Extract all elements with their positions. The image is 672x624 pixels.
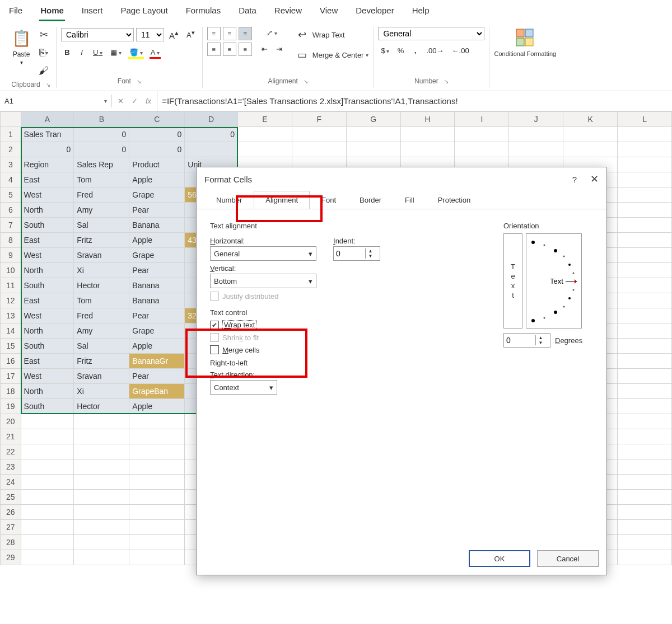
align-bottom-left[interactable]: ≡ (207, 43, 221, 56)
underline-button[interactable]: U (90, 46, 105, 58)
cell[interactable]: Tom (74, 293, 129, 308)
row-header-4[interactable]: 4 (1, 172, 21, 187)
row-header-9[interactable]: 9 (1, 248, 21, 263)
cell[interactable]: Banana (129, 218, 185, 233)
cell[interactable] (21, 505, 74, 520)
cell[interactable] (74, 535, 129, 550)
alignment-dialog-launcher[interactable]: ↘ (304, 78, 308, 85)
cell[interactable] (400, 142, 455, 157)
cell[interactable]: Hector (74, 278, 129, 293)
cell[interactable] (618, 218, 672, 233)
menu-page-layout[interactable]: Page Layout (119, 3, 169, 21)
cell[interactable] (618, 127, 672, 142)
cell[interactable] (618, 339, 672, 354)
cell[interactable] (618, 369, 672, 384)
cell[interactable] (618, 444, 672, 459)
col-header-J[interactable]: J (509, 112, 563, 127)
row-header-23[interactable]: 23 (1, 459, 21, 475)
cell[interactable]: East (21, 172, 74, 187)
font-dialog-launcher[interactable]: ↘ (137, 78, 141, 85)
menu-home[interactable]: Home (39, 3, 65, 21)
cell[interactable]: North (21, 384, 74, 399)
cell[interactable] (618, 384, 672, 399)
horizontal-select[interactable]: General▾ (210, 246, 316, 261)
degrees-value[interactable] (504, 336, 535, 345)
orientation-dial[interactable]: Text (526, 233, 582, 329)
cell[interactable] (21, 475, 74, 490)
dialog-tab-alignment[interactable]: Alignment (254, 191, 310, 209)
cell[interactable]: Region (21, 157, 74, 172)
cell[interactable]: East (21, 233, 74, 248)
merge-cells-checkbox[interactable] (210, 345, 219, 354)
comma-format-button[interactable]: , (409, 45, 421, 57)
row-header-20[interactable]: 20 (1, 414, 21, 429)
cell[interactable] (455, 142, 509, 157)
fx-icon[interactable]: fx (146, 97, 151, 105)
cell[interactable] (509, 142, 563, 157)
cell[interactable] (74, 550, 129, 565)
ok-button[interactable]: OK (469, 550, 530, 567)
orientation-vertical-preview[interactable]: Text (503, 233, 522, 329)
cell[interactable] (292, 142, 346, 157)
col-header-H[interactable]: H (400, 112, 455, 127)
cell[interactable] (292, 127, 346, 142)
menu-help[interactable]: Help (411, 3, 431, 21)
cell[interactable] (185, 142, 238, 157)
cell[interactable] (618, 490, 672, 505)
cell[interactable]: Fred (74, 308, 129, 323)
cell[interactable]: Grape (129, 248, 185, 263)
cell[interactable]: Apple (129, 339, 185, 354)
orientation-button[interactable]: ⤢ (259, 27, 286, 39)
row-header-13[interactable]: 13 (1, 308, 21, 323)
cell[interactable]: West (21, 308, 74, 323)
cell[interactable]: Pear (129, 263, 185, 278)
cell[interactable] (618, 323, 672, 339)
cell[interactable] (129, 505, 185, 520)
row-header-29[interactable]: 29 (1, 550, 21, 565)
conditional-formatting-button[interactable]: Conditional Formatting (494, 27, 556, 57)
menu-review[interactable]: Review (273, 3, 303, 21)
cell[interactable]: South (21, 218, 74, 233)
dialog-tab-fill[interactable]: Fill (393, 191, 426, 209)
row-header-25[interactable]: 25 (1, 490, 21, 505)
cell[interactable]: Apple (129, 399, 185, 414)
menu-view[interactable]: View (319, 3, 339, 21)
row-header-2[interactable]: 2 (1, 142, 21, 157)
cell[interactable]: BananaGr (129, 354, 185, 369)
cell[interactable]: Xi (74, 384, 129, 399)
cell[interactable] (21, 535, 74, 550)
cell[interactable] (129, 444, 185, 459)
clipboard-dialog-launcher[interactable]: ↘ (46, 82, 50, 88)
cell[interactable] (21, 429, 74, 444)
row-header-24[interactable]: 24 (1, 475, 21, 490)
cell[interactable] (74, 429, 129, 444)
cell[interactable] (74, 505, 129, 520)
cell[interactable]: Fred (74, 187, 129, 203)
cell[interactable] (618, 475, 672, 490)
indent-value[interactable] (334, 249, 365, 258)
cell[interactable]: Amy (74, 203, 129, 218)
cell[interactable]: Apple (129, 172, 185, 187)
cell[interactable] (74, 444, 129, 459)
cell[interactable] (346, 127, 400, 142)
align-top-center[interactable]: ≡ (223, 27, 236, 40)
cell[interactable] (618, 157, 672, 172)
row-header-27[interactable]: 27 (1, 520, 21, 535)
cell[interactable]: East (21, 293, 74, 308)
cell[interactable]: Banana (129, 278, 185, 293)
indent-spinner[interactable]: ▲▼ (333, 246, 380, 261)
cell[interactable] (618, 187, 672, 203)
cell[interactable] (400, 127, 455, 142)
help-icon[interactable]: ? (572, 175, 577, 184)
increase-font-icon[interactable]: A▴ (166, 27, 181, 42)
cell[interactable] (618, 293, 672, 308)
cell[interactable] (238, 142, 292, 157)
cell[interactable]: East (21, 354, 74, 369)
decrease-indent-button[interactable]: ⇤ (259, 43, 271, 55)
name-box[interactable]: A1 ▾ (0, 95, 112, 107)
row-header-3[interactable]: 3 (1, 157, 21, 172)
dialog-tab-number[interactable]: Number (204, 191, 254, 209)
cell[interactable] (74, 459, 129, 475)
cell[interactable] (21, 490, 74, 505)
row-header-18[interactable]: 18 (1, 384, 21, 399)
